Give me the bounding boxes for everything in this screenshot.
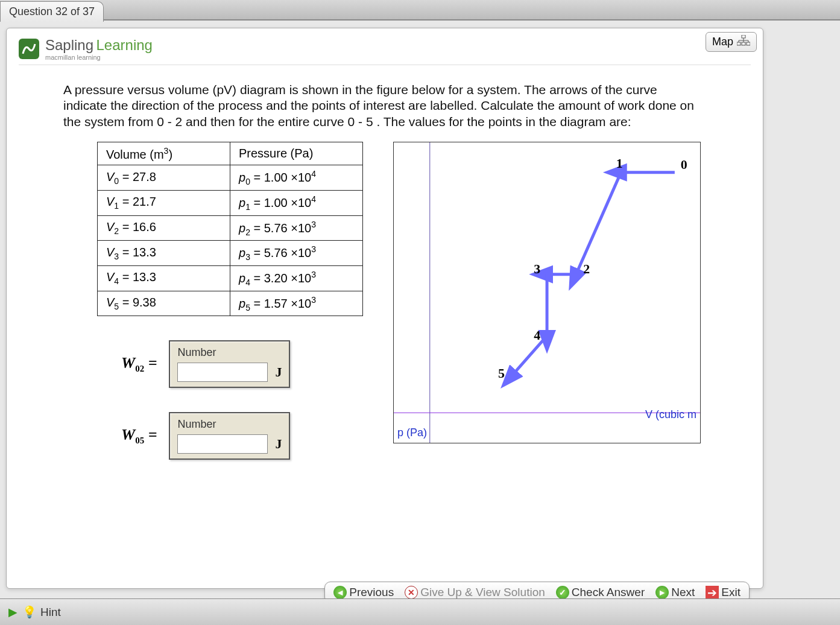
exit-icon: ➔ — [706, 586, 719, 599]
data-column: Volume (m3) Pressure (Pa) V0 = 27.8p0 = … — [97, 142, 363, 484]
svg-line-10 — [513, 335, 547, 375]
w02-number-box: Number J — [169, 340, 290, 388]
giveup-button[interactable]: ✕Give Up & View Solution — [405, 586, 545, 599]
question-text: A pressure versus volume (pV) diagram is… — [63, 82, 703, 130]
svg-rect-1 — [737, 42, 741, 45]
map-label: Map — [712, 36, 733, 48]
y-axis-label: p (Pa) — [397, 427, 427, 439]
bottom-bar: ▶ 💡 Hint — [0, 598, 840, 625]
question-tab[interactable]: Question 32 of 37 — [0, 1, 104, 22]
table-row: V0 = 27.8p0 = 1.00 ×104 — [98, 165, 363, 191]
svg-text:3: 3 — [534, 261, 540, 276]
w02-unit: J — [275, 364, 282, 380]
w02-label: W02 = — [121, 354, 157, 374]
brand-second: Learning — [96, 37, 153, 53]
w05-row: W05 = Number J — [121, 412, 363, 460]
x-axis-label: V (cubic m — [645, 408, 696, 421]
svg-text:4: 4 — [534, 327, 540, 342]
svg-rect-3 — [747, 42, 750, 45]
pv-table: Volume (m3) Pressure (Pa) V0 = 27.8p0 = … — [97, 142, 363, 317]
hint-button[interactable]: 💡 Hint — [22, 605, 61, 619]
w05-label: W05 = — [121, 426, 157, 446]
expand-icon[interactable]: ▶ — [8, 605, 17, 619]
brand-sub: macmillan learning — [45, 54, 153, 61]
window-titlebar: Question 32 of 37 — [0, 0, 840, 21]
close-icon: ✕ — [405, 586, 418, 599]
svg-rect-2 — [742, 42, 745, 45]
pv-chart: 012345 p (Pa) V (cubic m — [393, 142, 701, 443]
number-label-2: Number — [177, 418, 282, 431]
check-icon: ✓ — [556, 586, 569, 599]
svg-text:5: 5 — [498, 365, 505, 380]
brand-icon — [19, 39, 39, 59]
main-panel: Map Sapling Learning macmillan learning … — [6, 28, 763, 589]
w05-input[interactable] — [177, 434, 268, 454]
table-header-row: Volume (m3) Pressure (Pa) — [98, 142, 363, 165]
table-row: V3 = 13.3p3 = 5.76 ×103 — [98, 241, 363, 266]
svg-text:0: 0 — [681, 157, 687, 172]
next-button[interactable]: ►Next — [655, 586, 695, 599]
table-row: V1 = 21.7p1 = 1.00 ×104 — [98, 191, 363, 216]
table-row: V4 = 13.3p4 = 3.20 ×103 — [98, 266, 363, 291]
lightbulb-icon: 💡 — [22, 605, 37, 619]
arrow-left-icon: ◄ — [333, 586, 347, 599]
w05-unit: J — [275, 436, 282, 452]
arrow-right-icon: ► — [655, 586, 669, 599]
table-row: V5 = 9.38p5 = 1.57 ×103 — [98, 291, 363, 316]
map-button[interactable]: Map — [706, 32, 757, 52]
brand-row: Sapling Learning macmillan learning — [19, 37, 751, 65]
svg-rect-0 — [742, 35, 745, 38]
w02-input[interactable] — [177, 363, 268, 382]
w02-row: W02 = Number J — [121, 340, 363, 388]
brand-text: Sapling Learning macmillan learning — [45, 37, 153, 61]
number-label: Number — [177, 346, 282, 359]
brand-first: Sapling — [45, 37, 93, 53]
table-row: V2 = 16.6p2 = 5.76 ×103 — [98, 215, 363, 241]
w05-number-box: Number J — [169, 412, 290, 460]
check-answer-button[interactable]: ✓Check Answer — [556, 586, 645, 599]
sitemap-icon — [737, 35, 750, 49]
svg-text:2: 2 — [583, 261, 590, 276]
svg-text:1: 1 — [616, 156, 623, 171]
exit-button[interactable]: ➔Exit — [706, 586, 741, 599]
svg-line-7 — [576, 173, 621, 274]
previous-button[interactable]: ◄Previous — [333, 586, 394, 599]
